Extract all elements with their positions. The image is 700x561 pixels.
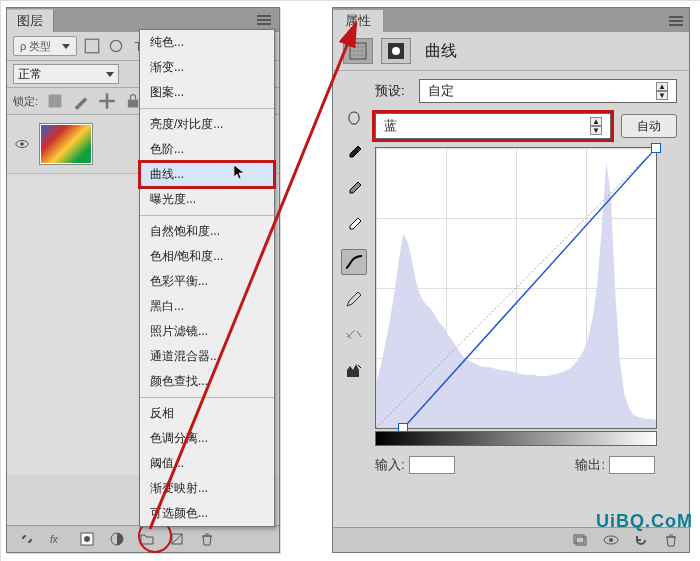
mode-label: 曲线 xyxy=(425,41,457,62)
properties-tab[interactable]: 属性 xyxy=(333,10,383,32)
link-icon[interactable] xyxy=(19,531,35,547)
adjustment-menu-item[interactable]: 曝光度... xyxy=(140,187,274,212)
svg-point-8 xyxy=(20,142,24,146)
channel-value: 蓝 xyxy=(384,117,590,135)
properties-tab-bar: 属性 xyxy=(333,8,689,32)
mask-icon[interactable] xyxy=(79,531,95,547)
adjustment-menu-item[interactable]: 反相 xyxy=(140,401,274,426)
output-value[interactable] xyxy=(609,456,655,474)
adjustment-menu-item[interactable]: 色彩平衡... xyxy=(140,269,274,294)
visibility-icon[interactable] xyxy=(15,137,29,151)
svg-point-1 xyxy=(110,40,121,51)
curve-edit-icon[interactable] xyxy=(341,249,367,275)
adjustment-menu-item[interactable]: 自然饱和度... xyxy=(140,219,274,244)
adjustment-menu-item[interactable]: 黑白... xyxy=(140,294,274,319)
adjustment-menu-item[interactable]: 曲线... xyxy=(140,162,274,187)
reset-icon[interactable] xyxy=(633,532,649,548)
stepper-icon[interactable]: ▲▼ xyxy=(656,82,668,100)
blend-mode-select[interactable]: 正常 xyxy=(13,64,119,84)
curve-graph[interactable] xyxy=(375,147,657,429)
svg-point-17 xyxy=(392,47,400,55)
svg-rect-0 xyxy=(85,39,99,53)
adjustment-menu-item[interactable]: 渐变映射... xyxy=(140,476,274,501)
adjustment-menu-item[interactable]: 纯色... xyxy=(140,30,274,55)
curves-mode-icon[interactable] xyxy=(343,38,373,64)
pencil-edit-icon[interactable] xyxy=(342,287,366,311)
adjustment-menu-item[interactable]: 图案... xyxy=(140,80,274,105)
curves-tool-strip xyxy=(333,71,375,501)
lock-move-icon[interactable] xyxy=(98,92,116,110)
curve-control-point[interactable] xyxy=(651,143,661,153)
hand-scrubber-icon[interactable] xyxy=(342,105,366,129)
trash-icon[interactable] xyxy=(663,532,679,548)
svg-point-24 xyxy=(609,538,613,542)
lock-brush-icon[interactable] xyxy=(72,92,90,110)
adjustment-menu-item[interactable]: 可选颜色... xyxy=(140,501,274,526)
trash-icon[interactable] xyxy=(199,531,215,547)
menu-separator xyxy=(140,108,274,109)
auto-button[interactable]: 自动 xyxy=(621,114,677,138)
preset-select[interactable]: 自定 ▲▼ xyxy=(419,79,677,103)
adjustment-menu-item[interactable]: 渐变... xyxy=(140,55,274,80)
group-icon[interactable] xyxy=(139,531,155,547)
layers-footer: fx xyxy=(7,525,279,552)
white-eyedropper-icon[interactable] xyxy=(342,213,366,237)
new-layer-icon[interactable] xyxy=(169,531,185,547)
input-label: 输入: xyxy=(375,456,405,474)
smooth-icon[interactable] xyxy=(342,323,366,347)
output-label: 输出: xyxy=(575,456,605,474)
channel-row: 蓝 ▲▼ 自动 xyxy=(375,113,677,139)
properties-panel: 属性 曲线 预设: 自定 ▲▼ xyxy=(332,7,690,553)
adjustment-menu-item[interactable]: 颜色查找... xyxy=(140,369,274,394)
filter-adjust-icon[interactable] xyxy=(107,37,125,55)
layers-tab[interactable]: 图层 xyxy=(7,9,54,32)
filter-type-dropdown[interactable]: ρ 类型 xyxy=(13,36,77,56)
lock-pixels-icon[interactable] xyxy=(46,92,64,110)
preset-label: 预设: xyxy=(375,82,411,100)
adjustment-menu-item[interactable]: 色调分离... xyxy=(140,426,274,451)
adjustment-menu-item[interactable]: 阈值... xyxy=(140,451,274,476)
lock-label: 锁定: xyxy=(13,94,38,109)
histogram-clip-icon[interactable] xyxy=(342,359,366,383)
clip-to-layer-icon[interactable] xyxy=(573,532,589,548)
input-gradient-ramp[interactable] xyxy=(375,431,657,446)
layer-thumbnail[interactable] xyxy=(39,123,93,165)
preset-value: 自定 xyxy=(428,82,454,100)
adjustment-menu: 纯色...渐变...图案...亮度/对比度...色阶...曲线...曝光度...… xyxy=(139,29,275,527)
mode-row: 曲线 xyxy=(333,32,689,71)
adjustment-menu-item[interactable]: 通道混合器... xyxy=(140,344,274,369)
adjustment-layer-icon[interactable] xyxy=(109,531,125,547)
menu-separator xyxy=(140,397,274,398)
channel-select[interactable]: 蓝 ▲▼ xyxy=(375,113,611,139)
panel-menu-icon[interactable] xyxy=(663,12,689,32)
io-row: 输入: 输出: xyxy=(375,456,655,474)
menu-separator xyxy=(140,215,274,216)
filter-pixel-icon[interactable] xyxy=(83,37,101,55)
watermark: UiBQ.CoM xyxy=(596,511,693,532)
input-value[interactable] xyxy=(409,456,455,474)
gray-eyedropper-icon[interactable] xyxy=(342,177,366,201)
adjustment-menu-item[interactable]: 色阶... xyxy=(140,137,274,162)
fx-icon[interactable]: fx xyxy=(49,531,65,547)
svg-line-20 xyxy=(376,148,656,428)
preset-row: 预设: 自定 ▲▼ xyxy=(375,79,677,103)
adjustment-menu-item[interactable]: 亮度/对比度... xyxy=(140,112,274,137)
svg-point-11 xyxy=(84,536,90,542)
black-eyedropper-icon[interactable] xyxy=(342,141,366,165)
svg-rect-5 xyxy=(49,95,62,108)
cursor-icon xyxy=(234,165,246,184)
toggle-visibility-icon[interactable] xyxy=(603,532,619,548)
curve-line xyxy=(376,148,656,428)
adjustment-menu-item[interactable]: 照片滤镜... xyxy=(140,319,274,344)
mask-mode-icon[interactable] xyxy=(381,38,411,64)
stepper-icon[interactable]: ▲▼ xyxy=(590,117,602,135)
svg-line-19 xyxy=(403,148,656,428)
svg-text:fx: fx xyxy=(50,534,59,545)
svg-rect-6 xyxy=(128,100,138,108)
adjustment-menu-item[interactable]: 色相/饱和度... xyxy=(140,244,274,269)
